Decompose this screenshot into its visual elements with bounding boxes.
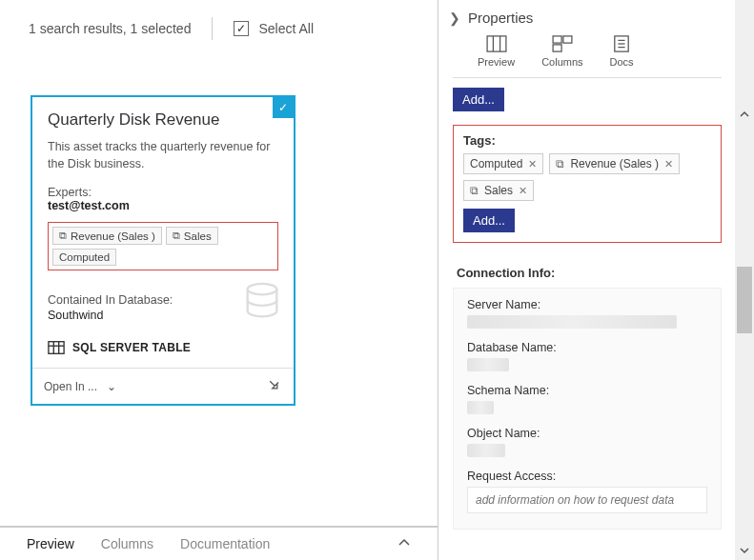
- view-columns[interactable]: Columns: [541, 35, 582, 68]
- experts-value: test@test.com: [48, 199, 130, 212]
- request-access-input[interactable]: [467, 487, 707, 513]
- asset-type-label: SQL SERVER TABLE: [72, 341, 191, 354]
- object-name-label: Object Name:: [467, 427, 707, 440]
- tab-documentation[interactable]: Documentation: [180, 536, 270, 551]
- database-icon: [240, 280, 284, 324]
- schema-name-label: Schema Name:: [467, 384, 707, 397]
- pin-button[interactable]: [265, 376, 282, 396]
- tags-chips: Computed✕ ⧉Revenue (Sales )✕ ⧉Sales✕: [463, 153, 711, 201]
- remove-tag-icon[interactable]: ✕: [664, 158, 673, 170]
- view-switcher: Preview Columns Docs: [439, 30, 735, 75]
- connection-info: Server Name: Database Name: Schema Name:…: [453, 288, 722, 530]
- database-name-row: Database Name:: [467, 341, 707, 374]
- card-tag[interactable]: ⧉Sales: [166, 227, 218, 245]
- svg-rect-8: [553, 36, 561, 43]
- preview-icon: [486, 35, 507, 52]
- tags-panel: Tags: Computed✕ ⧉Revenue (Sales )✕ ⧉Sale…: [453, 125, 722, 243]
- divider: [212, 17, 213, 40]
- glossary-icon: ⧉: [173, 230, 180, 242]
- card-lower: Contained In Database: Southwind SQL SER…: [32, 274, 294, 368]
- view-docs[interactable]: Docs: [610, 35, 634, 68]
- remove-tag-icon[interactable]: ✕: [528, 158, 537, 170]
- results-header: 1 search results, 1 selected Select All: [0, 0, 438, 57]
- add-tag-button[interactable]: Add...: [463, 209, 515, 232]
- card-experts: Experts: test@test.com: [48, 186, 278, 212]
- select-all-checkbox[interactable]: [234, 21, 249, 36]
- open-in-button[interactable]: Open In ... ⌄: [44, 380, 116, 393]
- add-property-button[interactable]: Add...: [453, 88, 504, 111]
- properties-header[interactable]: ❯ Properties: [439, 0, 735, 30]
- request-access-row: Request Access:: [467, 470, 707, 513]
- card-selected-check-icon[interactable]: ✓: [273, 97, 294, 118]
- svg-rect-10: [553, 45, 561, 51]
- tag-chip[interactable]: Computed✕: [463, 153, 543, 174]
- columns-icon: [552, 35, 573, 52]
- table-icon: [48, 339, 65, 356]
- asset-card[interactable]: ✓ Quarterly Disk Revenue This asset trac…: [31, 95, 295, 406]
- database-name-label: Database Name:: [467, 341, 707, 354]
- svg-rect-9: [563, 36, 572, 43]
- card-tag[interactable]: Computed: [52, 249, 116, 266]
- tag-chip[interactable]: ⧉Sales✕: [463, 180, 534, 201]
- properties-title: Properties: [468, 10, 533, 26]
- chevron-down-icon: ⌄: [107, 380, 116, 393]
- experts-label: Experts:: [48, 186, 92, 199]
- card-footer: Open In ... ⌄: [32, 368, 294, 404]
- glossary-icon: ⧉: [470, 184, 479, 197]
- object-name-row: Object Name:: [467, 427, 707, 460]
- card-description: This asset tracks the quarterly revenue …: [48, 139, 278, 172]
- card-title: Quarterly Disk Revenue: [48, 110, 278, 130]
- chevron-up-icon: [740, 110, 749, 119]
- object-name-value: [467, 444, 505, 457]
- scroll-up-button[interactable]: [735, 105, 754, 124]
- tab-preview[interactable]: Preview: [27, 536, 74, 551]
- tab-columns[interactable]: Columns: [101, 536, 153, 551]
- card-tags: ⧉Revenue (Sales ) ⧉Sales Computed: [48, 222, 278, 270]
- detail-tabs: Preview Columns Documentation: [0, 526, 438, 560]
- server-name-value: [467, 315, 677, 329]
- schema-name-row: Schema Name:: [467, 384, 707, 417]
- svg-rect-1: [49, 342, 64, 354]
- select-all-label: Select All: [258, 21, 314, 36]
- results-pane: 1 search results, 1 selected Select All …: [0, 0, 438, 560]
- svg-point-0: [248, 284, 277, 295]
- scrollbar[interactable]: [735, 0, 754, 560]
- contained-label: Contained In Database:: [48, 293, 173, 307]
- scroll-thumb[interactable]: [737, 267, 752, 333]
- chevron-right-icon: ❯: [449, 10, 460, 26]
- card-tag[interactable]: ⧉Revenue (Sales ): [52, 227, 162, 245]
- pin-icon: [265, 376, 282, 393]
- svg-rect-5: [487, 36, 506, 51]
- glossary-icon: ⧉: [556, 157, 564, 170]
- docs-icon: [611, 35, 632, 52]
- schema-name-value: [467, 401, 494, 414]
- collapse-button[interactable]: [397, 536, 411, 552]
- asset-type: SQL SERVER TABLE: [48, 339, 278, 356]
- view-preview[interactable]: Preview: [478, 35, 515, 68]
- tag-chip[interactable]: ⧉Revenue (Sales )✕: [549, 153, 680, 174]
- connection-info-label: Connection Info:: [457, 266, 735, 280]
- card-body: Quarterly Disk Revenue This asset tracks…: [32, 97, 294, 274]
- chevron-down-icon: [740, 546, 749, 555]
- glossary-icon: ⧉: [59, 230, 67, 242]
- remove-tag-icon[interactable]: ✕: [519, 185, 527, 197]
- results-summary: 1 search results, 1 selected: [29, 21, 191, 36]
- scroll-down-button[interactable]: [735, 541, 754, 560]
- request-access-label: Request Access:: [467, 470, 707, 483]
- chevron-up-icon: [397, 536, 411, 550]
- divider: [453, 77, 722, 78]
- properties-pane: ❯ Properties Preview Columns Docs Add...…: [439, 0, 735, 560]
- server-name-label: Server Name:: [467, 298, 707, 311]
- server-name-row: Server Name:: [467, 298, 707, 331]
- tags-label: Tags:: [463, 133, 711, 148]
- database-name-value: [467, 358, 509, 371]
